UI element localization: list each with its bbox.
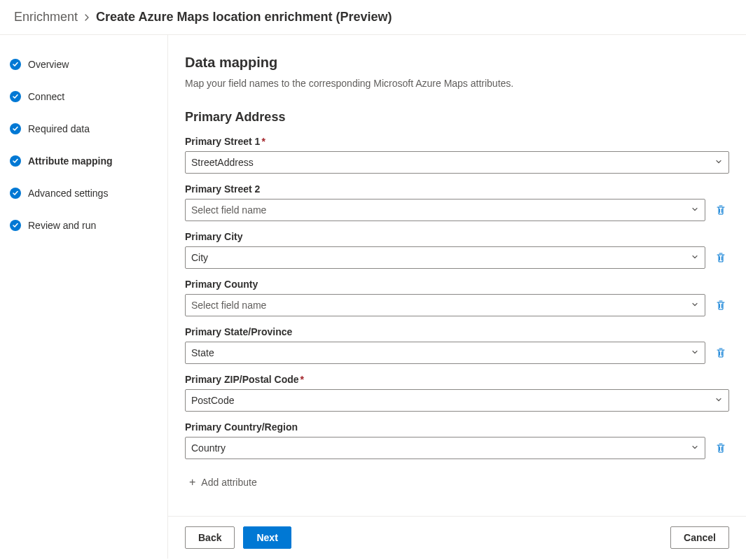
check-circle-icon xyxy=(10,220,21,231)
wizard-step[interactable]: Advanced settings xyxy=(10,183,167,203)
field-label: Primary Country/Region xyxy=(185,421,729,433)
wizard-step-label: Required data xyxy=(28,123,90,134)
required-indicator: * xyxy=(301,374,304,385)
field: Primary CountySelect field name xyxy=(185,279,729,316)
next-button[interactable]: Next xyxy=(243,526,291,549)
wizard-step[interactable]: Overview xyxy=(10,55,167,74)
field-label: Primary State/Province xyxy=(185,326,729,337)
check-circle-icon xyxy=(10,188,21,199)
wizard-step-label: Review and run xyxy=(28,220,96,231)
field: Primary ZIP/Postal Code*PostCode xyxy=(185,374,729,412)
dropdown-value: StreetAddress xyxy=(191,157,254,168)
check-circle-icon xyxy=(10,59,21,70)
field-dropdown[interactable]: State xyxy=(185,342,705,364)
wizard-step[interactable]: Attribute mapping xyxy=(10,151,167,171)
dropdown-value: Country xyxy=(191,442,226,454)
wizard-sidebar: OverviewConnectRequired dataAttribute ma… xyxy=(0,35,168,559)
dropdown-value: PostCode xyxy=(191,395,234,406)
wizard-step-label: Advanced settings xyxy=(28,188,108,199)
field-label: Primary City xyxy=(185,231,729,242)
delete-icon[interactable] xyxy=(712,249,729,266)
field: Primary Street 2Select field name xyxy=(185,183,729,221)
chevron-down-icon xyxy=(691,347,699,358)
field: Primary Street 1*StreetAddress xyxy=(185,136,729,174)
chevron-down-icon xyxy=(714,157,723,168)
dropdown-value: State xyxy=(191,347,214,358)
field-dropdown[interactable]: Select field name xyxy=(185,294,705,316)
breadcrumb-prev[interactable]: Enrichment xyxy=(14,10,78,24)
dropdown-value: Select field name xyxy=(191,300,266,311)
wizard-step[interactable]: Connect xyxy=(10,87,167,106)
dropdown-value: Select field name xyxy=(191,204,266,216)
field-label: Primary Street 2 xyxy=(185,183,729,195)
dropdown-value: City xyxy=(191,252,208,263)
chevron-down-icon xyxy=(691,204,699,216)
field-dropdown[interactable]: City xyxy=(185,246,705,269)
check-circle-icon xyxy=(10,123,21,134)
field: Primary State/ProvinceState xyxy=(185,326,729,364)
delete-icon[interactable] xyxy=(712,344,729,361)
required-indicator: * xyxy=(261,136,265,147)
add-attribute-button[interactable]: + Add attribute xyxy=(185,469,729,496)
field-label: Primary Street 1* xyxy=(185,136,729,147)
delete-icon[interactable] xyxy=(712,440,729,456)
check-circle-icon xyxy=(10,155,21,167)
breadcrumb-current: Create Azure Maps location enrichment (P… xyxy=(96,10,392,24)
chevron-down-icon xyxy=(691,252,699,263)
add-attribute-label: Add attribute xyxy=(201,477,256,488)
wizard-step-label: Attribute mapping xyxy=(28,155,113,167)
wizard-step[interactable]: Review and run xyxy=(10,216,167,235)
breadcrumb: Enrichment Create Azure Maps location en… xyxy=(0,0,746,35)
chevron-down-icon xyxy=(691,300,699,311)
plus-icon: + xyxy=(189,476,195,489)
field-dropdown[interactable]: Country xyxy=(185,437,705,459)
chevron-down-icon xyxy=(714,395,723,406)
field: Primary Country/RegionCountry xyxy=(185,421,729,459)
delete-icon[interactable] xyxy=(712,202,729,218)
field-label: Primary ZIP/Postal Code* xyxy=(185,374,729,385)
field-dropdown[interactable]: StreetAddress xyxy=(185,151,729,174)
wizard-step-label: Connect xyxy=(28,91,64,102)
chevron-down-icon xyxy=(691,442,699,454)
footer: Back Next Cancel xyxy=(168,516,746,559)
field-dropdown[interactable]: Select field name xyxy=(185,199,705,221)
wizard-step-label: Overview xyxy=(28,59,69,70)
field-label: Primary County xyxy=(185,279,729,290)
group-heading: Primary Address xyxy=(185,110,729,125)
chevron-right-icon xyxy=(83,12,90,23)
field-dropdown[interactable]: PostCode xyxy=(185,389,729,412)
check-circle-icon xyxy=(10,91,21,102)
cancel-button[interactable]: Cancel xyxy=(670,526,729,549)
section-subheading: Map your field names to the correspondin… xyxy=(185,78,729,89)
wizard-step[interactable]: Required data xyxy=(10,119,167,139)
back-button[interactable]: Back xyxy=(185,526,235,549)
delete-icon[interactable] xyxy=(712,297,729,314)
field: Primary CityCity xyxy=(185,231,729,269)
section-heading: Data mapping xyxy=(185,55,729,71)
